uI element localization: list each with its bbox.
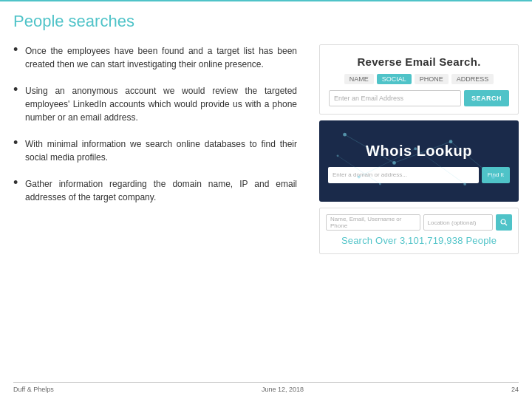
left-panel: • Once the employees have been found and… (13, 44, 304, 254)
svg-point-6 (343, 133, 347, 137)
whois-card: Whois Lookup Enter a domain or address..… (319, 120, 519, 202)
top-border (0, 0, 532, 1)
svg-point-13 (337, 154, 339, 157)
reverse-email-search-button[interactable]: SEARCH (464, 90, 509, 106)
footer-company: Duff & Phelps (13, 386, 54, 393)
people-count-text: Search Over 3,101,719,938 People (326, 235, 512, 246)
people-search-row: Name, Email, Username or Phone Location … (326, 214, 512, 231)
whois-placeholder: Enter a domain or address... (332, 171, 407, 178)
footer-date: June 12, 2018 (262, 386, 304, 393)
whois-search-row: Enter a domain or address... Find It (328, 167, 510, 183)
people-search-card: Name, Email, Username or Phone Location … (319, 208, 519, 254)
reverse-email-search-row: Enter an Email Address SEARCH (329, 90, 509, 106)
bullet-text-1: Once the employees have been found and a… (25, 44, 297, 71)
page-title: People searches (13, 0, 519, 31)
bullet-item-1: • Once the employees have been found and… (13, 44, 297, 71)
people-location-placeholder: Location (optional) (428, 219, 477, 226)
bullet-text-4: Gather information regarding the domain … (25, 177, 297, 204)
people-name-input[interactable]: Name, Email, Username or Phone (326, 214, 420, 231)
svg-point-15 (501, 219, 505, 224)
search-icon (500, 219, 508, 226)
bullet-dot-3: • (13, 136, 19, 164)
bullet-dot-1: • (13, 43, 19, 71)
bullet-item-2: • Using an anonymous account we would re… (13, 84, 297, 124)
reverse-email-placeholder: Enter an Email Address (334, 95, 403, 102)
people-search-button[interactable] (496, 214, 512, 231)
whois-title: Whois Lookup (366, 143, 472, 160)
bullet-item-4: • Gather information regarding the domai… (13, 177, 297, 204)
bullet-text-3: With minimal information we search onlin… (25, 137, 297, 164)
svg-point-12 (463, 183, 466, 185)
svg-point-14 (379, 183, 381, 185)
content-area: • Once the employees have been found and… (13, 44, 519, 254)
tab-name[interactable]: NAME (344, 74, 374, 84)
footer-page-number: 24 (511, 386, 519, 393)
tab-social[interactable]: SOCIAL (377, 74, 412, 84)
svg-point-7 (392, 161, 396, 165)
bullet-dot-4: • (13, 176, 19, 204)
reverse-email-input[interactable]: Enter an Email Address (329, 90, 461, 106)
people-location-input[interactable]: Location (optional) (423, 214, 494, 231)
svg-line-16 (505, 224, 508, 226)
network-decoration (319, 120, 519, 202)
tabs-row: NAME SOCIAL PHONE ADDRESS (329, 74, 509, 84)
page-footer: Duff & Phelps June 12, 2018 24 (13, 382, 519, 393)
right-panel: Reverse Email Search. NAME SOCIAL PHONE … (319, 44, 519, 254)
bullet-item-3: • With minimal information we search onl… (13, 137, 297, 164)
reverse-email-title: Reverse Email Search. (329, 55, 509, 68)
page-container: People searches • Once the employees hav… (0, 0, 532, 399)
tab-address[interactable]: ADDRESS (451, 74, 494, 84)
whois-input[interactable]: Enter a domain or address... (328, 167, 479, 183)
bullet-dot-2: • (13, 83, 19, 124)
whois-search-button[interactable]: Find It (482, 167, 510, 183)
bullet-text-2: Using an anonymous account we would revi… (25, 84, 297, 124)
people-name-placeholder: Name, Email, Username or Phone (330, 216, 416, 229)
tab-phone[interactable]: PHONE (415, 74, 449, 84)
reverse-email-card: Reverse Email Search. NAME SOCIAL PHONE … (319, 44, 519, 115)
